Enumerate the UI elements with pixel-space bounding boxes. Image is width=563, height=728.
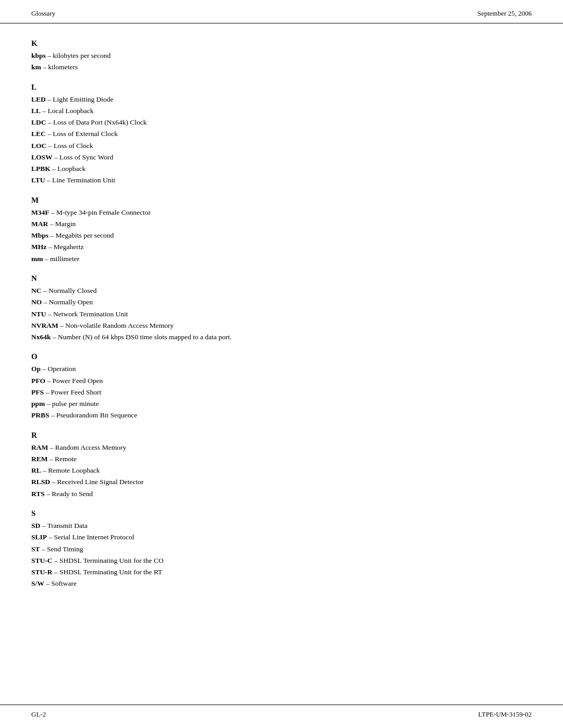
term-definition: – Software	[44, 579, 77, 587]
term-line: kbps – kilobytes per second	[31, 50, 532, 61]
term-bold: km	[31, 63, 41, 71]
term-bold: MHz	[31, 243, 46, 251]
term-bold: LPBK	[31, 165, 51, 172]
term-line: M34F – M-type 34-pin Female Connector	[31, 207, 532, 218]
term-bold: S/W	[31, 579, 44, 587]
term-bold: LOC	[31, 142, 46, 150]
term-line: km – kilometers	[31, 61, 532, 73]
term-bold: NVRAM	[31, 322, 58, 329]
term-line: Mbps – Megabits per second	[31, 230, 532, 241]
term-line: SLIP – Serial Line Internet Protocol	[31, 532, 532, 543]
term-line: LDC – Loss of Data Port (Nx64k) Clock	[31, 117, 532, 128]
term-line: STU-R – SHDSL Terminating Unit for the R…	[31, 566, 532, 578]
term-line: MAR – Margin	[31, 218, 532, 230]
term-definition: – millimeter	[43, 255, 80, 263]
term-line: NC – Normally Closed	[31, 285, 532, 297]
term-definition: – Pseudorandom Bit Sequence	[50, 411, 138, 419]
section-letter-K: K	[31, 39, 532, 48]
term-line: RTS – Ready to Send	[31, 488, 532, 500]
term-line: RAM – Random Access Memory	[31, 442, 532, 453]
term-definition: – Remote	[48, 455, 77, 463]
term-bold: PFO	[31, 377, 45, 385]
term-line: ppm – pulse per minute	[31, 398, 532, 410]
term-bold: RTS	[31, 490, 45, 498]
term-definition: – Ready to Send	[45, 490, 93, 498]
term-definition: – Send Timing	[40, 545, 83, 553]
term-definition: – Received Line Signal Detector	[50, 478, 144, 486]
term-line: MHz – Megahertz	[31, 241, 532, 253]
term-bold: M34F	[31, 208, 50, 216]
term-line: LED – Light Emitting Diode	[31, 94, 532, 105]
term-bold: MAR	[31, 220, 48, 228]
term-definition: – Local Loopback	[41, 107, 94, 115]
term-bold: LOSW	[31, 153, 53, 161]
term-line: RLSD – Received Line Signal Detector	[31, 476, 532, 488]
term-bold: RL	[31, 466, 41, 474]
term-definition: – kilobytes per second	[46, 52, 111, 59]
term-bold: LED	[31, 95, 46, 103]
term-line: LOC – Loss of Clock	[31, 140, 532, 152]
term-bold: kbps	[31, 52, 46, 59]
term-bold: REM	[31, 455, 48, 463]
term-line: LEC – Loss of External Clock	[31, 128, 532, 140]
term-definition: – Serial Line Internet Protocol	[47, 533, 134, 541]
term-line: LOSW – Loss of Sync Word	[31, 152, 532, 163]
term-line: S/W – Software	[31, 578, 532, 589]
term-definition: – Power Feed Open	[45, 377, 103, 385]
term-line: NVRAM – Non-volatile Random Access Memor…	[31, 320, 532, 331]
term-definition: – Loss of Data Port (Nx64k) Clock	[46, 118, 147, 126]
section-letter-O: O	[31, 352, 532, 361]
term-bold: ST	[31, 545, 40, 553]
term-definition: – Operation	[41, 365, 76, 373]
term-definition: – Loss of External Clock	[46, 130, 118, 138]
term-bold: LL	[31, 107, 41, 115]
term-definition: – Megahertz	[46, 243, 83, 251]
term-bold: RLSD	[31, 478, 50, 486]
term-definition: – Transmit Data	[40, 522, 87, 529]
main-content: Kkbps – kilobytes per secondkm – kilomet…	[0, 39, 563, 621]
term-bold: mm	[31, 255, 43, 263]
section-letter-S: S	[31, 509, 532, 518]
term-bold: Op	[31, 365, 41, 373]
term-definition: – Loss of Clock	[46, 142, 93, 150]
term-line: NTU – Network Termination Unit	[31, 309, 532, 320]
term-definition: – Number (N) of 64 kbps DS0 time slots m…	[51, 333, 232, 341]
term-definition: – SHDSL Terminating Unit for the CO	[53, 557, 164, 564]
term-bold: LEC	[31, 130, 46, 138]
term-line: NO – Normally Open	[31, 297, 532, 308]
page-footer: GL-2 LTPE-UM-3159-02	[0, 705, 563, 728]
term-definition: – Normally Open	[42, 298, 93, 306]
term-bold: NO	[31, 298, 42, 306]
term-line: PFO – Power Feed Open	[31, 375, 532, 387]
term-line: Nx64k – Number (N) of 64 kbps DS0 time s…	[31, 331, 532, 343]
term-definition: – Line Termination Unit	[45, 176, 116, 184]
term-bold: SD	[31, 522, 40, 529]
term-bold: Mbps	[31, 231, 48, 239]
term-bold: STU-R	[31, 568, 53, 576]
term-definition: – Loopback	[51, 165, 85, 172]
term-bold: Nx64k	[31, 333, 51, 341]
term-line: mm – millimeter	[31, 253, 532, 265]
footer-right-text: LTPE-UM-3159-02	[478, 710, 532, 719]
term-bold: ppm	[31, 400, 45, 408]
term-definition: – Normally Closed	[42, 287, 97, 294]
section-letter-M: M	[31, 196, 532, 205]
term-bold: PFS	[31, 388, 44, 396]
term-definition: – M-type 34-pin Female Connector	[50, 208, 151, 216]
page-header: Glossary September 25, 2006	[0, 0, 563, 23]
term-line: PRBS – Pseudorandom Bit Sequence	[31, 410, 532, 421]
header-left-text: Glossary	[31, 9, 55, 18]
term-definition: – pulse per minute	[45, 400, 99, 408]
term-bold: LDC	[31, 118, 46, 126]
footer-left-text: GL-2	[31, 710, 46, 719]
header-right-text: September 25, 2006	[478, 9, 532, 18]
term-definition: – Random Access Memory	[48, 443, 126, 451]
term-definition: – Light Emitting Diode	[46, 95, 114, 103]
term-line: PFS – Power Feed Short	[31, 387, 532, 398]
term-definition: – Non-volatile Random Access Memory	[58, 322, 174, 329]
section-letter-N: N	[31, 274, 532, 283]
term-bold: NC	[31, 287, 42, 294]
term-definition: – kilometers	[41, 63, 78, 71]
term-line: STU-C – SHDSL Terminating Unit for the C…	[31, 555, 532, 566]
term-definition: – Loss of Sync Word	[53, 153, 114, 161]
